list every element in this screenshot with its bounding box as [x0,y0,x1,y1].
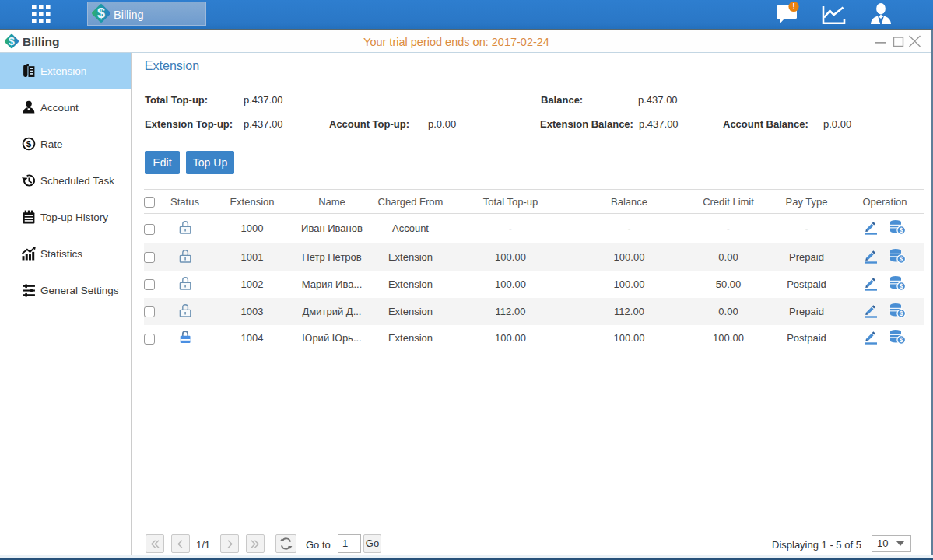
svg-text:!: ! [792,2,795,11]
svg-text:$: $ [900,336,903,344]
svg-text:$: $ [900,255,903,263]
svg-text:$: $ [900,226,903,234]
svg-text:$: $ [26,138,32,149]
svg-text:$: $ [900,282,903,290]
svg-text:$: $ [900,310,903,317]
